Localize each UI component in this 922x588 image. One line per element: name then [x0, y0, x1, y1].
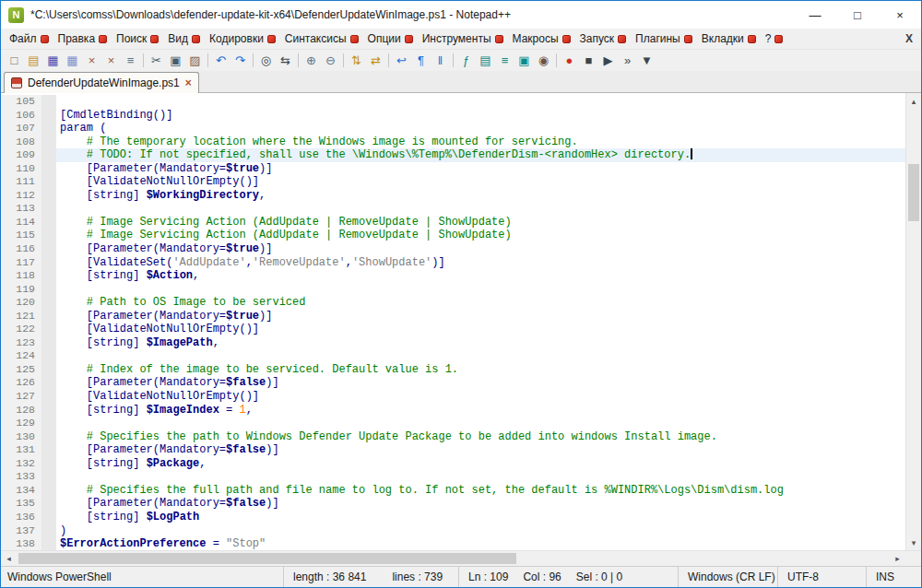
code-text: [Parameter(Mandatory=$false)] — [56, 376, 905, 390]
vertical-scroll-track[interactable] — [906, 109, 921, 535]
maximize-button[interactable]: □ — [836, 1, 879, 29]
paste-icon[interactable]: ▨ — [185, 52, 205, 70]
line-number: 134 — [1, 484, 41, 498]
tab-label: DefenderUpdateWinImage.ps1 — [28, 76, 180, 89]
menu-item-label: Поиск — [116, 32, 147, 45]
menu-item-macro[interactable]: Макросы — [508, 29, 575, 49]
stop-macro-icon[interactable]: ■ — [579, 52, 598, 70]
bookmark-margin — [41, 269, 56, 283]
print-icon[interactable]: ≡ — [121, 52, 140, 70]
sync-vertical-icon[interactable]: ⇅ — [347, 52, 366, 70]
code-line: 134 # Specifies the full path and file n… — [1, 484, 905, 498]
menu-item-tools[interactable]: Инструменты — [418, 29, 508, 49]
menu-item-label: Опции — [368, 32, 401, 45]
menu-item-plugins[interactable]: Плагины — [631, 29, 697, 49]
line-number: 132 — [1, 457, 41, 471]
cut-icon[interactable]: ✂ — [147, 52, 166, 70]
play-macro-icon[interactable]: ▶ — [598, 52, 618, 70]
status-encoding[interactable]: UTF-8 — [777, 567, 866, 587]
horizontal-scrollbar[interactable]: ◂ ▸ — [1, 551, 905, 566]
bookmark-margin — [41, 524, 56, 538]
menu-item-icon — [41, 35, 49, 43]
editor[interactable]: 105106[CmdletBinding()]107param (108 # T… — [1, 93, 921, 550]
close-file-icon[interactable]: × — [82, 52, 101, 70]
vertical-scrollbar[interactable]: ▴ ▾ — [905, 93, 921, 550]
open-file-icon[interactable]: ▤ — [24, 52, 43, 70]
toolbar-separator — [143, 53, 144, 67]
menu-item-label: Правка — [58, 32, 96, 45]
sync-horizontal-icon[interactable]: ⇄ — [366, 52, 385, 70]
bookmark-margin — [41, 349, 56, 363]
undo-icon[interactable]: ↶ — [211, 52, 230, 70]
status-selection: Sel : 0 | 0 — [576, 570, 622, 583]
menu-item-help[interactable]: ? — [761, 29, 788, 49]
line-number: 109 — [1, 148, 41, 162]
status-eol-format[interactable]: Windows (CR LF) — [678, 567, 777, 587]
copy-icon[interactable]: ▣ — [166, 52, 185, 70]
replace-icon[interactable]: ⇆ — [276, 52, 295, 70]
tab-close-icon[interactable]: × — [185, 77, 192, 88]
menu-bar: ФайлПравкаПоискВидКодировкиСинтаксисыОпц… — [1, 29, 921, 49]
tab-defenderupdatewinimage[interactable]: DefenderUpdateWinImage.ps1 × — [4, 72, 199, 93]
menu-item-label: Инструменты — [422, 32, 491, 45]
scroll-up-arrow-icon[interactable]: ▴ — [906, 93, 921, 109]
menu-close-button[interactable]: X — [905, 32, 913, 45]
show-all-characters-icon[interactable]: ¶ — [411, 52, 431, 70]
scroll-right-arrow-icon[interactable]: ▸ — [890, 551, 905, 566]
code-line: 131 [Parameter(Mandatory=$false)] — [1, 443, 905, 457]
run-macro-multiple-icon[interactable]: » — [618, 52, 637, 70]
menu-item-encoding[interactable]: Кодировки — [205, 29, 280, 49]
document-list-icon[interactable]: ≡ — [495, 52, 514, 70]
record-macro-icon[interactable]: ● — [560, 52, 579, 70]
unsaved-file-icon — [11, 77, 22, 88]
menu-item-icon — [192, 35, 200, 43]
scroll-down-arrow-icon[interactable]: ▾ — [906, 535, 921, 550]
find-icon[interactable]: ◎ — [256, 52, 276, 70]
code-text — [56, 349, 905, 363]
menu-item-icon — [774, 35, 783, 43]
vertical-scroll-thumb[interactable] — [908, 164, 919, 221]
redo-icon[interactable]: ↷ — [230, 52, 250, 70]
zoom-in-icon[interactable]: ⊕ — [301, 52, 321, 70]
menu-item-tabs[interactable]: Вкладки — [697, 29, 761, 49]
document-map-icon[interactable]: ▤ — [476, 52, 495, 70]
menu-item-run[interactable]: Запуск — [575, 29, 632, 49]
scroll-left-arrow-icon[interactable]: ◂ — [1, 551, 17, 566]
menu-item-language[interactable]: Синтаксисы — [280, 29, 363, 49]
code-text: [Parameter(Mandatory=$false)] — [56, 443, 905, 457]
code-line: 120 # Path to OS Image to be serviced — [1, 296, 905, 310]
code-line: 107param ( — [1, 122, 905, 135]
code-text: # Path to OS Image to be serviced — [56, 296, 905, 310]
new-file-icon[interactable]: □ — [5, 52, 24, 70]
indent-guide-icon[interactable]: ‖ — [431, 52, 450, 70]
monitoring-icon[interactable]: ◉ — [534, 52, 553, 70]
status-line-number: Ln : 109 — [468, 570, 508, 583]
minimize-button[interactable]: — — [794, 1, 836, 29]
function-list-icon[interactable]: ƒ — [456, 52, 476, 70]
code-line: 121 [Parameter(Mandatory=$true)] — [1, 310, 905, 323]
menu-item-label: Файл — [9, 32, 37, 45]
bookmark-margin — [41, 404, 56, 417]
close-all-icon[interactable]: × — [101, 52, 121, 70]
menu-item-file[interactable]: Файл — [5, 29, 53, 49]
code-area[interactable]: 105106[CmdletBinding()]107param (108 # T… — [1, 93, 905, 550]
code-text: # Image Servicing Action (AddUpdate | Re… — [56, 229, 905, 242]
line-number: 128 — [1, 404, 41, 417]
close-button[interactable]: × — [879, 1, 921, 29]
menu-item-view[interactable]: Вид — [163, 29, 205, 49]
menu-item-edit[interactable]: Правка — [53, 29, 112, 49]
save-macro-icon[interactable]: ▼ — [637, 52, 656, 70]
horizontal-scroll-track[interactable] — [17, 551, 890, 566]
bookmark-margin — [41, 511, 56, 524]
menu-item-settings[interactable]: Опции — [363, 29, 418, 49]
line-number: 137 — [1, 524, 41, 538]
horizontal-scroll-thumb[interactable] — [18, 553, 516, 564]
zoom-out-icon[interactable]: ⊖ — [321, 52, 340, 70]
save-all-icon[interactable]: ▦ — [63, 52, 82, 70]
folder-as-workspace-icon[interactable]: ▣ — [514, 52, 534, 70]
status-insert-mode[interactable]: INS — [866, 567, 921, 587]
word-wrap-icon[interactable]: ↩ — [392, 52, 411, 70]
save-icon[interactable]: ▦ — [43, 52, 63, 70]
menu-item-search[interactable]: Поиск — [112, 29, 163, 49]
bookmark-margin — [41, 296, 56, 310]
